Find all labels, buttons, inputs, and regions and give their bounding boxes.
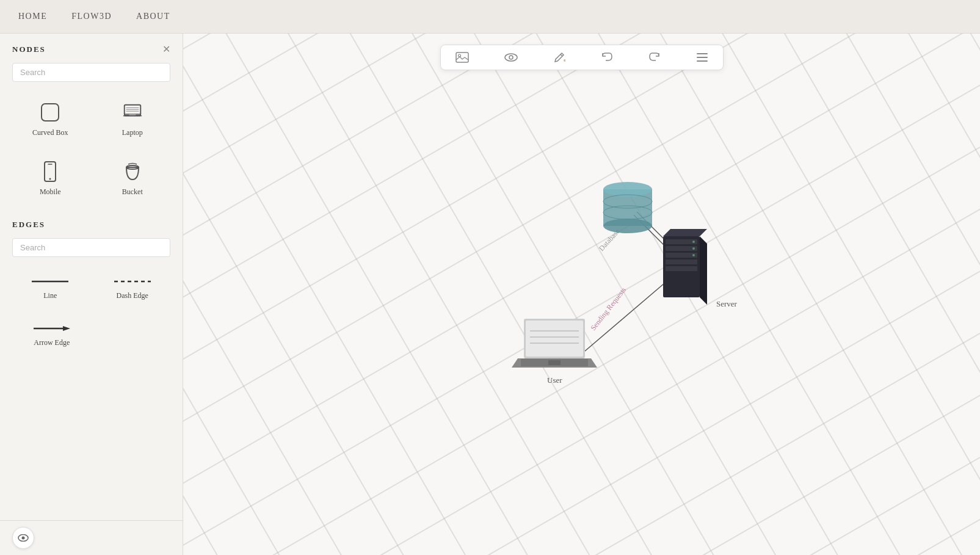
toolbar-edit-button[interactable] — [551, 49, 568, 66]
toolbar-menu-button[interactable] — [694, 50, 711, 65]
node-label-mobile: Mobile — [40, 187, 61, 197]
svg-rect-42 — [666, 266, 697, 271]
edge-label-dash: Dash Edge — [117, 291, 148, 300]
svg-line-22 — [561, 54, 562, 56]
svg-text:User: User — [547, 375, 562, 385]
curved-box-icon — [39, 101, 61, 123]
svg-marker-15 — [63, 326, 70, 331]
toolbar-undo-button[interactable] — [598, 49, 615, 65]
bucket-icon — [122, 161, 143, 183]
diagram-svg: Database Sending Requests — [438, 142, 805, 447]
main-layout: NODES ✕ Curved Box — [0, 34, 980, 555]
svg-marker-47 — [663, 229, 707, 236]
toolbar-image-button[interactable] — [453, 49, 471, 65]
nav-about[interactable]: ABOUT — [136, 12, 170, 21]
svg-point-43 — [692, 241, 695, 243]
svg-point-19 — [458, 54, 460, 57]
svg-marker-46 — [700, 236, 707, 305]
edges-section-header: EDGES — [12, 220, 170, 230]
nodes-grid: Curved Box — [12, 93, 170, 205]
sidebar-content: NODES ✕ Curved Box — [0, 34, 183, 520]
edges-title: EDGES — [12, 220, 45, 230]
svg-point-21 — [509, 56, 513, 59]
toolbar — [440, 45, 724, 70]
svg-point-23 — [564, 59, 565, 62]
svg-text:Server: Server — [716, 299, 738, 308]
svg-rect-18 — [456, 53, 468, 62]
svg-point-45 — [692, 254, 695, 256]
svg-point-34 — [603, 219, 652, 233]
toolbar-redo-button[interactable] — [646, 49, 663, 65]
sidebar-bottom — [0, 520, 183, 555]
nodes-search-input[interactable] — [12, 63, 170, 82]
close-button[interactable]: ✕ — [162, 45, 170, 54]
nav-bar: HOME FLOW3D ABOUT — [0, 0, 980, 34]
svg-rect-0 — [42, 104, 59, 121]
svg-point-44 — [692, 247, 695, 250]
dash-icon — [114, 277, 151, 286]
arrow-icon — [34, 324, 70, 333]
nav-flow3d[interactable]: FLOW3D — [71, 12, 112, 21]
svg-rect-41 — [666, 259, 697, 264]
line-icon — [32, 277, 68, 286]
mobile-icon — [39, 161, 61, 183]
svg-rect-4 — [129, 114, 136, 115]
svg-point-9 — [49, 178, 51, 180]
svg-rect-50 — [526, 321, 583, 357]
canvas-area[interactable]: Database Sending Requests — [183, 34, 980, 555]
sidebar: NODES ✕ Curved Box — [0, 34, 183, 555]
svg-rect-56 — [548, 360, 561, 365]
nodes-section-header: NODES ✕ — [12, 45, 170, 54]
edges-grid: Line Dash Edge — [12, 268, 170, 309]
svg-point-33 — [603, 182, 652, 197]
node-label-curved-box: Curved Box — [32, 128, 68, 137]
nodes-title: NODES — [12, 45, 46, 54]
svg-text:Sending Requests: Sending Requests — [589, 285, 628, 332]
toolbar-eye-button[interactable] — [502, 51, 520, 64]
edges-section: EDGES Line — [12, 220, 170, 356]
node-item-bucket[interactable]: Bucket — [95, 152, 171, 205]
edge-item-arrow[interactable]: Arrow Edge — [12, 315, 92, 356]
node-label-bucket: Bucket — [122, 187, 143, 197]
svg-line-29 — [573, 273, 677, 361]
edges-search-input[interactable] — [12, 238, 170, 257]
node-item-curved-box[interactable]: Curved Box — [12, 93, 89, 146]
node-label-laptop: Laptop — [122, 128, 143, 137]
edge-label-line: Line — [43, 291, 57, 300]
sidebar-eye-button[interactable] — [12, 527, 34, 549]
node-item-mobile[interactable]: Mobile — [12, 152, 89, 205]
laptop-icon — [122, 101, 143, 123]
nav-home[interactable]: HOME — [18, 12, 47, 21]
svg-point-20 — [505, 54, 517, 61]
edge-item-dash[interactable]: Dash Edge — [95, 268, 171, 309]
node-item-laptop[interactable]: Laptop — [95, 93, 171, 146]
svg-point-17 — [22, 537, 25, 540]
edge-item-line[interactable]: Line — [12, 268, 89, 309]
edge-label-arrow: Arrow Edge — [34, 338, 70, 347]
